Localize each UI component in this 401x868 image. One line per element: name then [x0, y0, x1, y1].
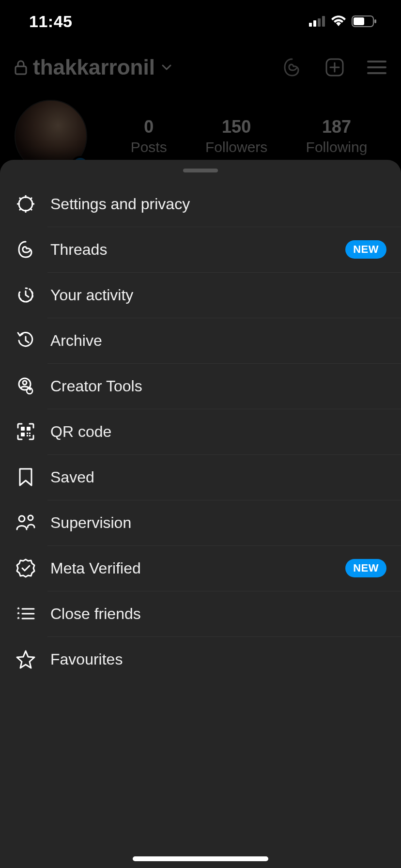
- menu-label: Your activity: [50, 286, 386, 304]
- threads-icon: [15, 238, 37, 261]
- svg-rect-29: [27, 433, 28, 434]
- menu-label: QR code: [50, 423, 386, 441]
- menu-label: Supervision: [50, 514, 386, 532]
- svg-line-21: [19, 208, 21, 210]
- svg-rect-6: [374, 19, 376, 23]
- home-indicator[interactable]: [133, 856, 268, 861]
- menu-label: Threads: [50, 241, 345, 259]
- supervision-icon: [15, 512, 37, 534]
- profile-header: thakkarronil: [15, 47, 386, 87]
- svg-line-19: [19, 198, 21, 200]
- menu-list: Settings and privacy Threads NEW Your ac…: [0, 181, 401, 682]
- wifi-icon: [330, 16, 347, 27]
- menu-label: Creator Tools: [50, 377, 386, 395]
- svg-rect-28: [21, 433, 25, 436]
- svg-rect-7: [15, 66, 26, 74]
- svg-line-22: [30, 198, 32, 200]
- close-friends-icon: [15, 603, 37, 625]
- svg-rect-31: [27, 435, 28, 436]
- menu-item-close-friends[interactable]: Close friends: [0, 591, 401, 636]
- cellular-icon: [309, 16, 325, 27]
- stat-following-value: 187: [306, 117, 368, 137]
- hamburger-menu-icon[interactable]: [367, 60, 386, 75]
- stat-posts[interactable]: 0 Posts: [131, 117, 167, 155]
- menu-label: Archive: [50, 332, 386, 350]
- svg-rect-30: [29, 433, 31, 434]
- svg-point-34: [28, 515, 33, 520]
- menu-item-threads[interactable]: Threads NEW: [0, 227, 401, 272]
- svg-rect-2: [318, 18, 321, 27]
- status-bar: 11:45: [0, 0, 401, 43]
- creator-tools-icon: [15, 375, 37, 397]
- svg-rect-3: [322, 16, 325, 27]
- menu-item-settings[interactable]: Settings and privacy: [0, 181, 401, 227]
- sheet-grabber[interactable]: [183, 169, 218, 172]
- create-post-icon[interactable]: [324, 57, 345, 78]
- archive-icon: [15, 329, 37, 352]
- stat-followers[interactable]: 150 Followers: [205, 117, 267, 155]
- stat-following[interactable]: 187 Following: [306, 117, 368, 155]
- profile-stats: 0 Posts 150 Followers 187 Following: [111, 117, 386, 155]
- svg-rect-1: [313, 20, 316, 27]
- new-badge: NEW: [345, 240, 386, 259]
- stat-posts-value: 0: [131, 117, 167, 137]
- menu-item-creator-tools[interactable]: Creator Tools: [0, 363, 401, 409]
- profile-name-wrap[interactable]: thakkarronil: [15, 55, 172, 79]
- svg-rect-5: [354, 17, 364, 25]
- svg-rect-0: [309, 23, 312, 27]
- svg-rect-32: [29, 435, 31, 436]
- menu-item-supervision[interactable]: Supervision: [0, 500, 401, 545]
- stat-followers-label: Followers: [205, 139, 267, 155]
- menu-label: Favourites: [50, 651, 386, 668]
- menu-item-archive[interactable]: Archive: [0, 318, 401, 363]
- stat-following-label: Following: [306, 139, 368, 155]
- chevron-down-icon: [161, 62, 172, 73]
- status-icons: [309, 16, 377, 27]
- profile-username: thakkarronil: [33, 55, 155, 79]
- gear-icon: [15, 193, 37, 215]
- menu-item-favourites[interactable]: Favourites: [0, 636, 401, 682]
- battery-icon: [352, 16, 377, 27]
- menu-item-activity[interactable]: Your activity: [0, 272, 401, 318]
- menu-label: Meta Verified: [50, 559, 345, 577]
- stat-posts-label: Posts: [131, 139, 167, 155]
- menu-label: Saved: [50, 468, 386, 486]
- header-actions: [282, 57, 386, 78]
- menu-item-saved[interactable]: Saved: [0, 454, 401, 500]
- menu-sheet: Settings and privacy Threads NEW Your ac…: [0, 160, 401, 868]
- activity-icon: [15, 284, 37, 306]
- svg-point-25: [23, 381, 27, 385]
- svg-rect-26: [21, 427, 25, 431]
- profile-background: thakkarronil: [0, 43, 401, 172]
- meta-verified-icon: [15, 557, 37, 579]
- menu-item-qr-code[interactable]: QR code: [0, 409, 401, 454]
- new-badge: NEW: [345, 559, 386, 577]
- qr-code-icon: [15, 420, 37, 443]
- menu-label: Close friends: [50, 605, 386, 623]
- svg-point-33: [19, 516, 25, 522]
- bookmark-icon: [15, 466, 37, 488]
- stat-followers-value: 150: [205, 117, 267, 137]
- star-icon: [15, 648, 37, 670]
- threads-header-icon[interactable]: [282, 57, 302, 78]
- svg-line-20: [30, 208, 32, 210]
- status-time: 11:45: [29, 12, 72, 31]
- svg-rect-27: [27, 427, 31, 431]
- lock-icon: [15, 60, 27, 75]
- menu-item-meta-verified[interactable]: Meta Verified NEW: [0, 545, 401, 591]
- menu-label: Settings and privacy: [50, 195, 386, 213]
